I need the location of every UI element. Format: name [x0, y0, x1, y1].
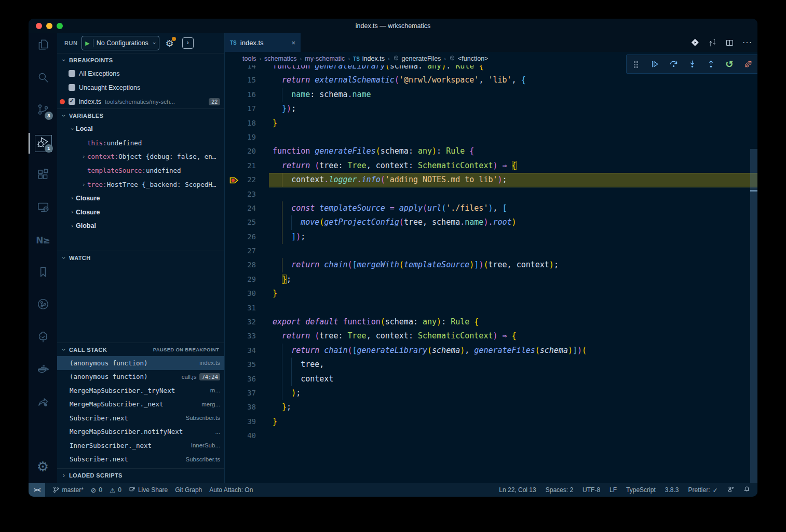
variable-row[interactable]: this: undefined — [57, 136, 224, 150]
line-number[interactable]: 40 — [225, 429, 256, 443]
line-number[interactable]: 27 — [225, 244, 256, 258]
variable-row[interactable]: ›tree: HostTree {_backend: ScopedH… — [57, 178, 224, 192]
chevron-right-icon[interactable]: › — [80, 153, 87, 160]
line-number[interactable]: 15 — [225, 73, 256, 87]
open-changes-icon[interactable] — [708, 38, 717, 47]
scope-row[interactable]: ›Global — [57, 219, 224, 233]
continue-button[interactable] — [648, 58, 661, 71]
breadcrumb-item-my-schematic[interactable]: my-schematic — [305, 55, 345, 62]
stack-frame-row[interactable]: MergeMapSubscriber.notifyNext... — [57, 425, 224, 439]
status-utf-8[interactable]: UTF-8 — [582, 486, 600, 494]
breadcrumb-item-generateFiles[interactable]: generateFiles — [393, 55, 441, 63]
line-number[interactable]: 38 — [225, 400, 256, 414]
variable-row[interactable]: ›context: Object {debug: false, en… — [57, 149, 224, 163]
status-prettier-[interactable]: Prettier:✓ — [688, 486, 719, 494]
line-number[interactable]: 16 — [225, 88, 256, 102]
stack-frame-row[interactable]: (anonymous function)index.ts — [57, 356, 224, 370]
line-number[interactable]: 25 — [225, 215, 256, 229]
scope-row[interactable]: ›Local — [57, 122, 224, 136]
breadcrumb-item-function[interactable]: <function> — [449, 55, 488, 63]
start-debug-icon[interactable]: ▶ — [85, 40, 89, 47]
step-out-button[interactable] — [704, 58, 717, 71]
breakpoint-row[interactable]: All Exceptions — [57, 66, 224, 80]
disconnect-button[interactable] — [742, 58, 754, 71]
activity-item-search[interactable] — [29, 66, 57, 91]
stack-frame-row[interactable]: Subscriber.nextSubscriber.ts — [57, 411, 224, 425]
activity-item-project-share[interactable] — [29, 390, 57, 415]
line-number[interactable]: 33 — [225, 329, 256, 343]
checkbox-unchecked[interactable] — [69, 84, 75, 91]
breadcrumb-item-tools[interactable]: tools — [242, 55, 256, 62]
breadcrumb-item-index.ts[interactable]: TSindex.ts — [353, 55, 385, 62]
line-number[interactable]: 26 — [225, 230, 256, 244]
drag-handle-button[interactable] — [630, 58, 642, 71]
stack-frame-row[interactable]: MergeMapSubscriber._nextmerg... — [57, 398, 224, 412]
status-branch[interactable]: master* — [52, 486, 83, 494]
status-spaces-2[interactable]: Spaces: 2 — [546, 486, 573, 494]
status-live-share[interactable]: Live Share — [129, 486, 168, 494]
activity-item-nx-console[interactable]: N≥ — [29, 228, 57, 253]
line-number[interactable]: 24 — [225, 201, 256, 215]
section-loaded-scripts[interactable]: ›LOADED SCRIPTS — [57, 468, 224, 482]
status-feedback[interactable] — [727, 486, 734, 494]
tab-index-ts[interactable]: TS index.ts × — [225, 33, 301, 52]
status-warning[interactable]: ⚠0 — [110, 486, 121, 494]
status-ln-22-col-13[interactable]: Ln 22, Col 13 — [499, 486, 536, 494]
close-icon[interactable]: × — [291, 39, 295, 47]
line-number[interactable]: 32 — [225, 315, 256, 329]
status-git-graph[interactable]: Git Graph — [175, 486, 202, 494]
status-typescript[interactable]: TypeScript — [626, 486, 656, 494]
settings-gear-icon[interactable]: ⚙ — [29, 455, 57, 478]
line-number[interactable]: 28 — [225, 258, 256, 272]
step-over-button[interactable] — [667, 58, 680, 71]
line-number[interactable]: 17 — [225, 102, 256, 116]
section-call-stack[interactable]: ›CALL STACKPAUSED ON BREAKPOINT — [57, 343, 224, 356]
split-editor-icon[interactable] — [725, 38, 734, 47]
line-number[interactable]: 19 — [225, 130, 256, 144]
section-watch[interactable]: ›WATCH — [57, 251, 224, 264]
checkbox-checked[interactable] — [69, 98, 75, 105]
line-number[interactable]: 21 — [225, 159, 256, 173]
activity-item-docker[interactable] — [29, 358, 57, 383]
scope-row[interactable]: ›Closure — [57, 192, 224, 206]
debug-console-button[interactable]: › — [182, 37, 194, 49]
line-number[interactable]: 18 — [225, 116, 256, 130]
drag-handle-icon[interactable] — [633, 61, 639, 68]
activity-item-source-control[interactable]: 3 — [29, 98, 57, 123]
breakpoint-row[interactable]: index.tstools/schematics/my-sch...22 — [57, 94, 224, 108]
line-number[interactable]: 37 — [225, 386, 256, 400]
chevron-down-icon[interactable]: › — [69, 125, 76, 132]
chevron-right-icon[interactable]: › — [69, 223, 76, 229]
line-number[interactable]: 20 — [225, 144, 256, 158]
more-actions-icon[interactable]: ··· — [742, 38, 752, 47]
stack-frame-row[interactable]: (anonymous function)call.js74:24 — [57, 370, 224, 384]
activity-item-explorer[interactable] — [29, 33, 57, 58]
line-number[interactable]: 30 — [225, 287, 256, 301]
stack-frame-row[interactable]: Subscriber.nextSubscriber.ts — [57, 453, 224, 467]
line-number[interactable]: 34 — [225, 344, 256, 358]
editor-scrollbar[interactable] — [750, 149, 757, 483]
stack-frame-row[interactable]: MergeMapSubscriber._tryNextm... — [57, 384, 224, 398]
code-area[interactable]: 14function generateLibrary(schema: any):… — [225, 52, 757, 483]
scope-row[interactable]: ›Closure — [57, 205, 224, 219]
activity-item-bookmarks[interactable] — [29, 261, 57, 285]
line-number[interactable]: 39 — [225, 415, 256, 429]
line-number[interactable]: 36 — [225, 372, 256, 386]
step-into-button[interactable] — [686, 58, 698, 71]
paused-breakpoint-icon[interactable] — [229, 175, 239, 184]
section-variables[interactable]: ›VARIABLES — [57, 108, 224, 122]
variable-row[interactable]: templateSource: undefined — [57, 163, 224, 178]
status-error[interactable]: ⊘0 — [91, 486, 102, 494]
status-3-8-3[interactable]: 3.8.3 — [665, 486, 679, 494]
title-bar[interactable]: index.ts — wrkschematics — [29, 19, 757, 33]
status-remote[interactable]: >< — [29, 483, 45, 497]
status-auto-attach-on[interactable]: Auto Attach: On — [209, 486, 253, 494]
line-number[interactable]: 35 — [225, 358, 256, 372]
section-breakpoints[interactable]: ›BREAKPOINTS — [57, 53, 224, 66]
stack-frame-row[interactable]: InnerSubscriber._nextInnerSub... — [57, 439, 224, 453]
status-bell[interactable] — [743, 486, 750, 494]
activity-item-extensions[interactable] — [29, 163, 57, 188]
configure-gear-icon[interactable]: ⚙ — [166, 38, 174, 49]
line-number[interactable]: 31 — [225, 301, 256, 315]
line-number[interactable]: 23 — [225, 187, 256, 201]
